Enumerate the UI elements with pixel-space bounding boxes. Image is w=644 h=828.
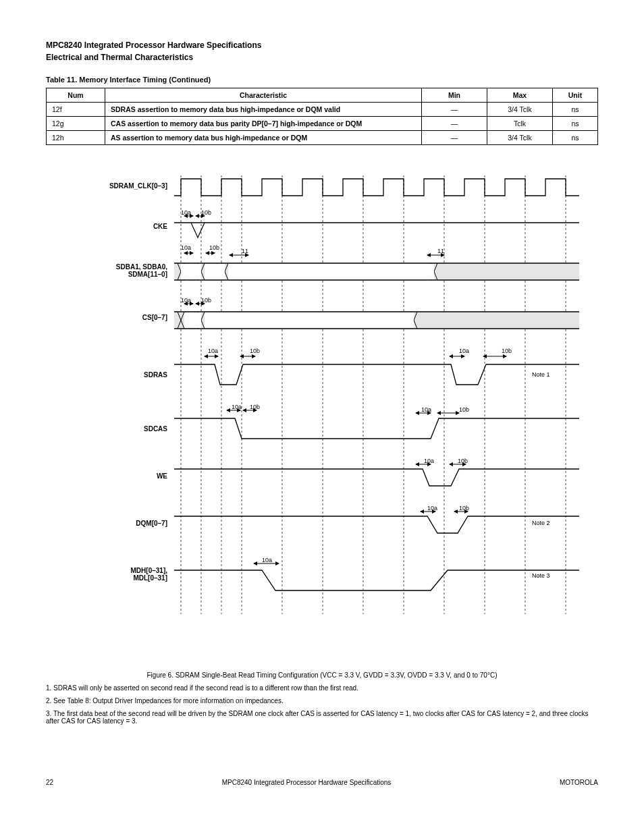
svg-rect-17 [181, 264, 201, 279]
header-line1: MPC8240 Integrated Processor Hardware Sp… [46, 40, 598, 50]
footer-page: 22 [46, 779, 53, 786]
th-unit: Unit [553, 88, 598, 103]
page-footer: 22 MPC8240 Integrated Processor Hardware… [46, 779, 598, 786]
th-char: Characteristic [105, 88, 422, 103]
timing-diagram: SDRAM_CLK[0–3] CKE SDBA1, SDBA0, SDMA[11… [46, 169, 599, 655]
footnote-3: 3. The first data beat of the second rea… [46, 710, 598, 725]
table-row: 12g CAS assertion to memory data bus par… [47, 117, 598, 131]
table-row: 12f SDRAS assertion to memory data bus h… [47, 103, 598, 117]
footer-company: MOTOROLA [560, 779, 598, 786]
table-row: 12h AS assertion to memory data bus high… [47, 131, 598, 145]
svg-rect-16 [228, 264, 434, 279]
spec-table: Num Characteristic Min Max Unit 12f SDRA… [46, 88, 598, 145]
header-line2: Electrical and Thermal Characteristics [46, 53, 598, 62]
svg-rect-24 [205, 312, 414, 328]
svg-rect-23 [184, 312, 201, 328]
svg-rect-15 [205, 264, 225, 279]
footnote-2: 2. See Table 8: Output Driver Impedances… [46, 697, 598, 705]
figure-caption: Figure 6. SDRAM Single-Beat Read Timing … [46, 671, 598, 679]
th-max: Max [487, 88, 553, 103]
footnote-1: 1. SDRAS will only be asserted on second… [46, 684, 598, 692]
table-caption: Table 11. Memory Interface Timing (Conti… [46, 76, 598, 84]
th-min: Min [422, 88, 487, 103]
timing-svg [46, 169, 599, 641]
footer-doc: MPC8240 Integrated Processor Hardware Sp… [222, 779, 392, 786]
th-num: Num [47, 88, 105, 103]
